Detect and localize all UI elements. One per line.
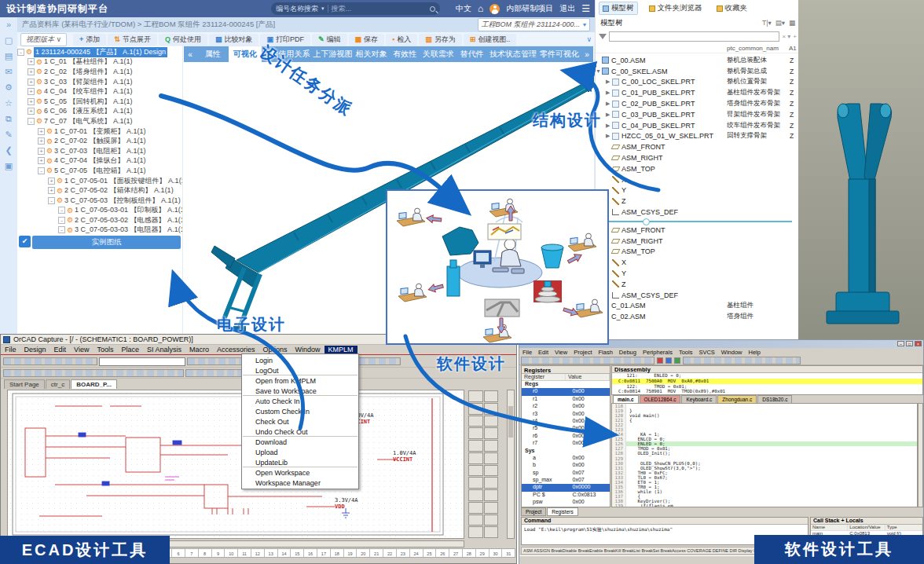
register-row[interactable]: r10x00 xyxy=(522,396,610,403)
register-row[interactable]: Regs xyxy=(522,381,610,388)
model-tree-row[interactable]: C_00.ASM 整机总装配体 Z xyxy=(596,55,798,66)
toolbar-button[interactable]: ▣打印PDF xyxy=(260,34,310,46)
tree-expander-icon[interactable]: - xyxy=(58,207,65,214)
column-header[interactable]: A1 xyxy=(789,45,797,52)
tree-expander-icon[interactable]: + xyxy=(28,108,35,115)
register-row[interactable]: r20x00 xyxy=(522,403,610,410)
model-tree-row[interactable]: ASM_FRONT xyxy=(596,141,798,152)
language-switch[interactable]: 中文 xyxy=(456,3,471,14)
ecad-menu-item[interactable]: SI Analysis xyxy=(143,346,185,353)
home-icon[interactable]: ⌂ xyxy=(478,3,483,14)
model-tree-row[interactable]: Z xyxy=(596,279,798,290)
model-tree-row[interactable] xyxy=(596,218,798,225)
model-tree-row[interactable]: ASM_TOP xyxy=(596,163,798,174)
ide-menu-item[interactable]: Project xyxy=(570,349,595,356)
register-row[interactable]: r30x00 xyxy=(522,411,610,418)
toolbar-button[interactable]: ▦保存 xyxy=(349,34,385,46)
ide-menu-item[interactable]: Window xyxy=(718,349,746,356)
view-version-select[interactable]: 视图版本 ∨ xyxy=(20,33,67,46)
add-filter-icon[interactable]: + xyxy=(793,33,797,40)
toolbar-button[interactable]: +添加 xyxy=(73,34,106,46)
ide-menu-item[interactable]: Tools xyxy=(676,349,696,356)
plm-tab[interactable]: 属性 xyxy=(196,46,229,62)
tree-expander-icon[interactable]: - xyxy=(58,226,65,233)
tree-node[interactable]: + ⚙ 3 C_07-03 【电阻柜】 A.1(1) xyxy=(17,146,183,156)
editor-file-tab[interactable]: Zhongduan.c xyxy=(717,395,757,403)
mcad-tab[interactable]: 收藏夹 xyxy=(713,2,751,15)
tree-node[interactable]: + ⚙ 2 C_02 【塔身组件】 A.1(1) xyxy=(17,67,183,77)
tree-expander-icon[interactable]: + xyxy=(38,128,45,135)
ide-menu-item[interactable]: Help xyxy=(746,349,764,356)
tree-node[interactable]: - ⚙ 1 C_07-05-03-01 【印制板】 A.1(1) xyxy=(17,206,183,216)
tree-expander-icon[interactable]: ▶ xyxy=(606,101,612,107)
tree-expander-icon[interactable]: + xyxy=(28,98,35,105)
register-row[interactable]: PC $C:0x0813 xyxy=(522,492,610,499)
mcad-tab[interactable]: 模型树 xyxy=(599,2,638,15)
plm-tab[interactable]: 有效性 xyxy=(389,46,421,62)
ecad-menu-item[interactable]: Design xyxy=(20,346,50,353)
panel-tab[interactable]: Project xyxy=(521,507,546,516)
tree-expander-icon[interactable]: + xyxy=(38,157,45,164)
ecad-menu-item[interactable]: Window xyxy=(292,346,324,353)
avatar[interactable] xyxy=(490,4,500,14)
model-tree-row[interactable]: ASM_RIGHT xyxy=(596,152,798,163)
code-editor[interactable]: 118119}120void main()121{122123124 KA = … xyxy=(611,403,918,507)
model-tree-row[interactable]: ▶ C_00_LOC_SKEL.PRT 整机位置骨架 Z xyxy=(596,77,798,88)
tree-expander-icon[interactable]: - xyxy=(28,118,35,125)
search-mode-select[interactable]: 编号名称搜索 xyxy=(276,4,318,14)
tree-expander-icon[interactable]: - xyxy=(17,49,24,56)
rail-icon[interactable]: ▢ xyxy=(5,36,13,45)
toolbar-button[interactable]: ▪检入 xyxy=(386,34,417,46)
ecad-menu-item[interactable]: Tools xyxy=(93,346,117,353)
toolbar-button[interactable]: ▤比较对象 xyxy=(209,34,259,46)
model-tree-row[interactable]: ASM_CSYS_DEF xyxy=(596,290,798,301)
tree-node[interactable]: + ⚙ 1 C_07-05-01 【面板按键组件】 A.1(1) xyxy=(17,176,183,186)
register-row[interactable]: dptr0x0000 xyxy=(522,484,610,491)
tree-expander-icon[interactable]: ▶ xyxy=(606,133,612,139)
vertical-scrollbar[interactable] xyxy=(507,390,515,539)
tree-expander-icon[interactable]: - xyxy=(38,167,45,174)
search-bar[interactable]: 编号名称搜索 ▾ 搜索... xyxy=(271,2,440,15)
editor-file-tab[interactable]: DS18b20.c xyxy=(757,395,792,403)
kmplm-menu-item[interactable]: Save to Workspace xyxy=(243,386,358,396)
tree-expander-icon[interactable]: + xyxy=(48,187,55,194)
rail-icon[interactable]: ❮ xyxy=(5,146,12,155)
ide-menu-item[interactable]: Edit xyxy=(535,349,552,356)
tree-expander-icon[interactable]: + xyxy=(28,88,35,95)
ide-menu-item[interactable]: Debug xyxy=(616,349,640,356)
ide-menu-item[interactable]: Peripherals xyxy=(640,349,676,356)
register-row[interactable]: r00x00 xyxy=(522,388,610,395)
tree-expander-icon[interactable]: - xyxy=(58,217,65,224)
ecad-menu-item[interactable]: Accessories xyxy=(213,346,259,353)
model-tree-row[interactable]: Y xyxy=(596,185,798,196)
register-row[interactable]: psw0x00 xyxy=(522,499,610,506)
clear-filter-icon[interactable]: × ▾ xyxy=(782,33,790,40)
model-tree-row[interactable]: X xyxy=(596,174,798,185)
kmplm-menu-item[interactable]: UpdateLib xyxy=(243,457,358,467)
register-row[interactable]: r70x00 xyxy=(522,440,610,447)
filter-funnel-icon[interactable] xyxy=(599,34,607,39)
tree-node[interactable]: + ⚙ 1 C_01 【基柱组件】 A.1(1) xyxy=(17,57,183,68)
tree-node[interactable]: + ⚙ 4 C_07-04 【操纵台】 A.1(1) xyxy=(17,156,183,167)
kmplm-menu-item[interactable]: Undo Check Out xyxy=(243,427,358,437)
kmplm-menu-item[interactable]: LogOut xyxy=(243,365,358,375)
ecad-menu-item[interactable]: Macro xyxy=(185,346,213,353)
register-row[interactable]: sp0x07 xyxy=(522,470,610,477)
tree-expander-icon[interactable]: - xyxy=(48,197,55,204)
schematic-tab[interactable]: Start Page xyxy=(4,379,45,389)
search-input[interactable]: 搜索... xyxy=(332,4,427,14)
tree-node[interactable]: - ⚙ 2 C_07-05-03-02 【电感器】 A.1(10) xyxy=(17,215,183,225)
close-icon[interactable]: × xyxy=(915,341,922,346)
tree-expander-icon[interactable]: ▶ xyxy=(606,79,612,85)
tree-footer-button[interactable]: 实例图纸 xyxy=(32,236,181,249)
model-tree-row[interactable]: ASM_RIGHT xyxy=(596,236,798,247)
tabs-scroll-left-icon[interactable]: « xyxy=(184,50,196,59)
rail-icon[interactable]: » xyxy=(6,20,11,29)
rail-icon[interactable]: ▤ xyxy=(5,52,13,60)
toolbar-button[interactable]: ⊞创建视图.. xyxy=(464,34,517,46)
register-row[interactable]: b0x00 xyxy=(522,462,610,469)
model-tree-row[interactable]: ▶ C_04_PUB_SKEL.PRT 绞车组件发布骨架 Z xyxy=(596,120,798,131)
model-tree-row[interactable]: X xyxy=(596,257,798,268)
editor-file-tab[interactable]: OLED12864.c xyxy=(640,395,681,403)
ecad-menu-item[interactable]: File xyxy=(1,346,20,353)
